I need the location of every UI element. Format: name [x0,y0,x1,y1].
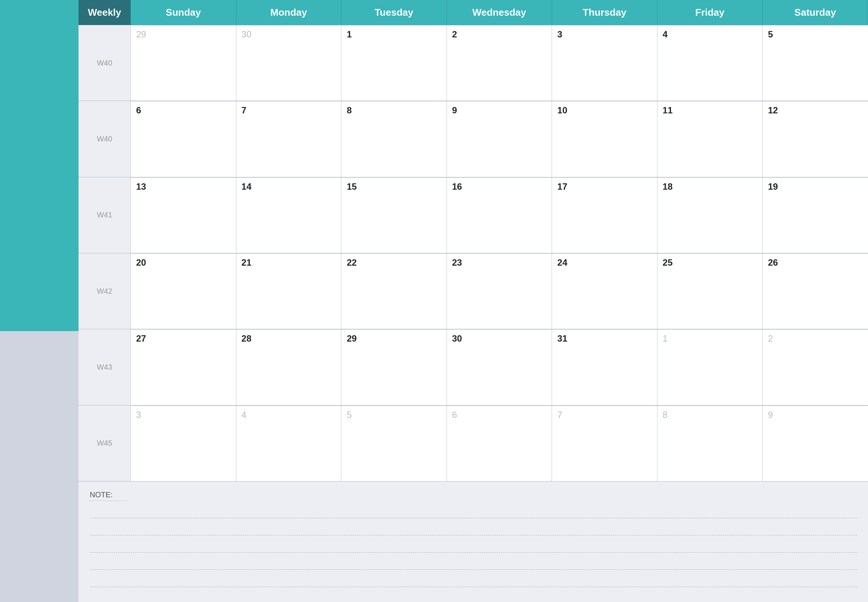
day-cell-w5d4[interactable]: 7 [552,405,658,481]
day-number: 5 [347,410,351,420]
day-number: 17 [557,181,567,192]
day-cell-w4d5[interactable]: 1 [658,329,763,405]
day-cell-w4d3[interactable]: 30 [447,329,552,405]
day-cell-w2d0[interactable]: 13 [131,177,236,253]
main-content: WeeklySundayMondayTuesdayWednesdayThursd… [78,0,868,602]
week-label-0: W40 [78,25,131,101]
day-cell-w1d0[interactable]: 6 [131,101,236,177]
day-cell-w1d6[interactable]: 12 [762,101,868,177]
day-cell-w5d1[interactable]: 4 [236,405,342,481]
day-cell-w3d5[interactable]: 25 [658,253,763,329]
day-cell-w3d6[interactable]: 26 [762,253,868,329]
day-cell-w4d1[interactable]: 28 [236,329,342,405]
day-cell-w5d5[interactable]: 8 [658,405,763,481]
week-label-5: W45 [78,405,131,481]
week-row-4: W43272829303112 [78,329,868,405]
day-number: 3 [557,29,562,39]
day-cell-w1d2[interactable]: 8 [342,101,447,177]
day-number: 24 [557,257,567,267]
day-number: 8 [347,105,351,115]
day-number: 21 [242,257,252,267]
day-cell-w3d1[interactable]: 21 [236,253,342,329]
header-monday: Monday [236,0,342,25]
day-number: 2 [452,29,457,39]
day-number: 18 [663,181,673,192]
day-number: 31 [557,333,567,344]
week-label-2: W41 [78,177,131,253]
day-number: 23 [452,257,462,267]
day-number: 8 [663,410,667,420]
note-line-5 [90,574,857,587]
day-cell-w4d4[interactable]: 31 [552,329,658,405]
header-weekly: Weekly [78,0,131,25]
day-cell-w2d1[interactable]: 14 [236,177,342,253]
day-cell-w5d6[interactable]: 9 [762,405,868,481]
day-cell-w4d0[interactable]: 27 [131,329,236,405]
day-cell-w3d2[interactable]: 22 [342,253,447,329]
day-cell-w0d3[interactable]: 2 [447,25,552,101]
day-cell-w2d3[interactable]: 16 [447,177,552,253]
note-section: NOTE: [78,482,868,602]
day-number: 5 [768,29,773,39]
header-saturday: Saturday [762,0,868,25]
day-number: 30 [452,333,462,344]
day-cell-w3d0[interactable]: 20 [131,253,236,329]
day-number: 26 [768,257,778,267]
day-cell-w1d5[interactable]: 11 [658,101,763,177]
day-number: 20 [136,257,146,267]
day-number: 22 [347,257,357,267]
header-tuesday: Tuesday [342,0,447,25]
day-cell-w2d2[interactable]: 15 [342,177,447,253]
day-number: 9 [768,410,773,420]
week-row-5: W453456789 [78,405,868,482]
day-cell-w0d0[interactable]: 29 [131,25,236,101]
day-cell-w0d2[interactable]: 1 [342,25,447,101]
day-cell-w4d6[interactable]: 2 [762,329,868,405]
day-number: 16 [452,181,462,192]
day-cell-w4d2[interactable]: 29 [342,329,447,405]
week-row-0: W40293012345 [78,25,868,101]
day-number: 2 [768,333,773,344]
note-line-4 [90,556,857,570]
day-cell-w2d4[interactable]: 17 [552,177,658,253]
day-cell-w0d6[interactable]: 5 [762,25,868,101]
day-cell-w3d3[interactable]: 23 [447,253,552,329]
day-cell-w1d1[interactable]: 7 [236,101,342,177]
day-number: 4 [242,410,247,420]
week-row-3: W4220212223242526 [78,253,868,329]
day-cell-w5d3[interactable]: 6 [447,405,552,481]
day-cell-w2d5[interactable]: 18 [658,177,763,253]
day-number: 1 [663,333,667,344]
day-cell-w1d3[interactable]: 9 [447,101,552,177]
day-number: 12 [768,105,778,115]
day-number: 29 [347,333,357,344]
day-number: 6 [136,105,141,115]
note-line-1 [90,505,857,518]
day-cell-w3d4[interactable]: 24 [552,253,658,329]
day-cell-w0d1[interactable]: 30 [236,25,342,101]
day-number: 1 [347,29,351,39]
note-line-3 [90,539,857,553]
day-number: 6 [452,410,457,420]
day-number: 3 [136,410,141,420]
day-number: 27 [136,333,146,344]
day-number: 7 [557,410,562,420]
day-cell-w0d4[interactable]: 3 [552,25,658,101]
day-cell-w2d6[interactable]: 19 [762,177,868,253]
calendar-grid: W40293012345W406789101112W41131415161718… [78,25,868,482]
day-number: 10 [557,105,567,115]
day-number: 7 [242,105,247,115]
header-wednesday: Wednesday [447,0,552,25]
week-row-2: W4113141516171819 [78,177,868,253]
day-cell-w5d2[interactable]: 5 [342,405,447,481]
day-cell-w0d5[interactable]: 4 [658,25,763,101]
week-label-1: W40 [78,101,131,177]
week-row-1: W406789101112 [78,101,868,177]
day-number: 13 [136,181,146,192]
day-cell-w1d4[interactable]: 10 [552,101,658,177]
week-label-3: W42 [78,253,131,329]
day-number: 30 [242,29,252,39]
day-cell-w5d0[interactable]: 3 [131,405,236,481]
day-number: 25 [663,257,673,267]
week-label-4: W43 [78,329,131,405]
